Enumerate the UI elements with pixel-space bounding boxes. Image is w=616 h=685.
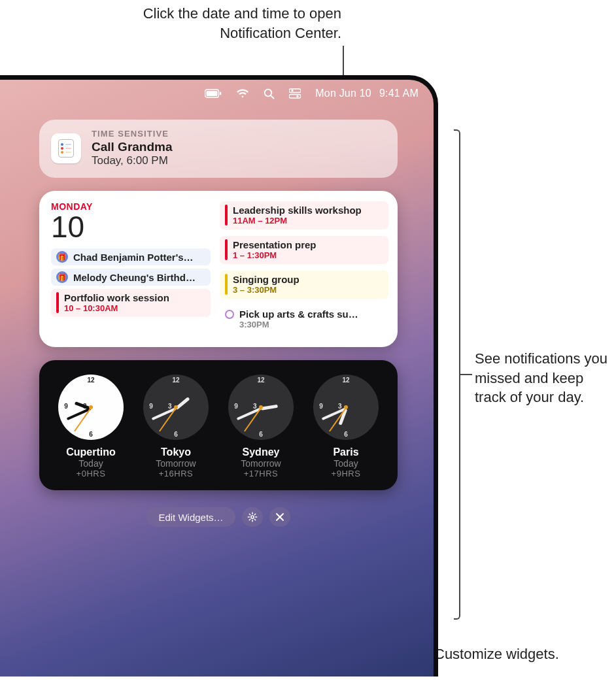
clock-face: 12369 [313,375,379,440]
clock-face: 12369 [58,375,124,440]
gear-icon [247,512,258,522]
svg-rect-1 [207,91,218,96]
event-time: 11AM – 12PM [233,216,383,226]
clock-dayrel: Today [52,458,130,469]
event-time: 3 – 3:30PM [233,285,383,295]
notification-subtitle: Today, 6:00 PM [92,154,385,167]
svg-rect-7 [289,95,301,99]
menu-bar-time: 9:41 AM [379,88,419,99]
event-ring-icon [225,310,234,319]
svg-rect-2 [220,92,221,95]
calendar-event[interactable]: Presentation prep1 – 1:30PM [220,236,388,264]
clock-dayrel: Today [307,458,385,469]
battery-icon[interactable] [205,89,222,98]
event-time: 1 – 1:30PM [233,250,383,260]
svg-line-4 [271,95,274,98]
calendar-event[interactable]: Leadership skills workshop11AM – 12PM [220,201,388,229]
notification-title: Call Grandma [92,140,385,154]
widget-settings-button[interactable] [242,507,263,527]
calendar-widget[interactable]: MONDAY 10 🎁Chad Benjamin Potter's…🎁Melod… [39,191,398,347]
clock-face: 12369 [228,375,294,440]
menu-bar-datetime[interactable]: Mon Jun 10 9:41 AM [315,88,419,99]
close-icon [275,512,284,522]
calendar-event[interactable]: Portfolio work session10 – 10:30AM [51,289,211,317]
event-title: Singing group [233,274,383,285]
svg-point-9 [250,516,253,518]
event-title: Portfolio work session [64,292,205,303]
desktop: Mon Jun 10 9:41 AM TIME SENSITIVE Call G… [0,83,430,677]
svg-point-8 [297,95,299,97]
menu-bar-date: Mon Jun 10 [315,88,371,99]
reminders-app-icon [51,133,81,163]
callout-right: See notifications you missed and keep tr… [475,349,612,407]
menu-bar: Mon Jun 10 9:41 AM [0,83,430,104]
calendar-event[interactable]: Pick up arts & crafts su…3:30PM [220,305,388,333]
clock-face: 12369 [143,375,209,440]
clock-offset: +9HRS [307,469,385,478]
event-time: 3:30PM [239,320,383,329]
mac-display-corner: Mon Jun 10 9:41 AM TIME SENSITIVE Call G… [0,75,438,677]
clock-offset: +16HRS [137,469,215,478]
search-icon[interactable] [264,88,275,99]
world-clock-paris[interactable]: 12369ParisToday+9HRS [307,375,385,478]
clock-dayrel: Tomorrow [137,458,215,469]
event-title: Pick up arts & crafts su… [239,309,383,320]
event-title: Presentation prep [233,239,383,250]
clock-offset: +0HRS [52,469,130,478]
edit-widgets-row: Edit Widgets… [146,507,290,527]
world-clock-cupertino[interactable]: 12369CupertinoToday+0HRS [52,375,130,478]
world-clock-widget[interactable]: 12369CupertinoToday+0HRS12369TokyoTomorr… [39,360,398,490]
clock-city: Cupertino [52,446,130,458]
calendar-day-number: 10 [51,212,211,242]
callout-top: Click the date and time to open Notifica… [106,4,341,42]
gift-icon: 🎁 [56,271,68,283]
event-title: Melody Cheung's Birthd… [73,272,196,283]
notification-center: TIME SENSITIVE Call Grandma Today, 6:00 … [39,120,398,527]
event-title: Chad Benjamin Potter's… [73,252,194,263]
svg-rect-5 [289,89,301,93]
reminder-notification[interactable]: TIME SENSITIVE Call Grandma Today, 6:00 … [39,120,398,178]
control-center-icon[interactable] [289,88,301,99]
clock-city: Paris [307,446,385,458]
clock-dayrel: Tomorrow [222,458,300,469]
callout-bottom: Customize widgets. [434,644,565,664]
svg-point-6 [292,90,294,92]
clock-offset: +17HRS [222,469,300,478]
callout-line-right [460,374,472,375]
world-clock-tokyo[interactable]: 12369TokyoTomorrow+16HRS [137,375,215,478]
wifi-icon[interactable] [236,89,249,99]
gift-icon: 🎁 [56,251,68,263]
world-clock-sydney[interactable]: 12369SydneyTomorrow+17HRS [222,375,300,478]
calendar-event[interactable]: 🎁Melody Cheung's Birthd… [51,269,211,286]
callout-bracket [454,129,460,620]
notification-eyebrow: TIME SENSITIVE [92,129,385,139]
event-title: Leadership skills workshop [233,205,383,216]
close-widgets-button[interactable] [269,507,290,527]
event-time: 10 – 10:30AM [64,303,205,313]
calendar-event[interactable]: Singing group3 – 3:30PM [220,271,388,299]
clock-city: Sydney [222,446,300,458]
edit-widgets-button[interactable]: Edit Widgets… [146,507,235,527]
calendar-event[interactable]: 🎁Chad Benjamin Potter's… [51,248,211,265]
clock-city: Tokyo [137,446,215,458]
